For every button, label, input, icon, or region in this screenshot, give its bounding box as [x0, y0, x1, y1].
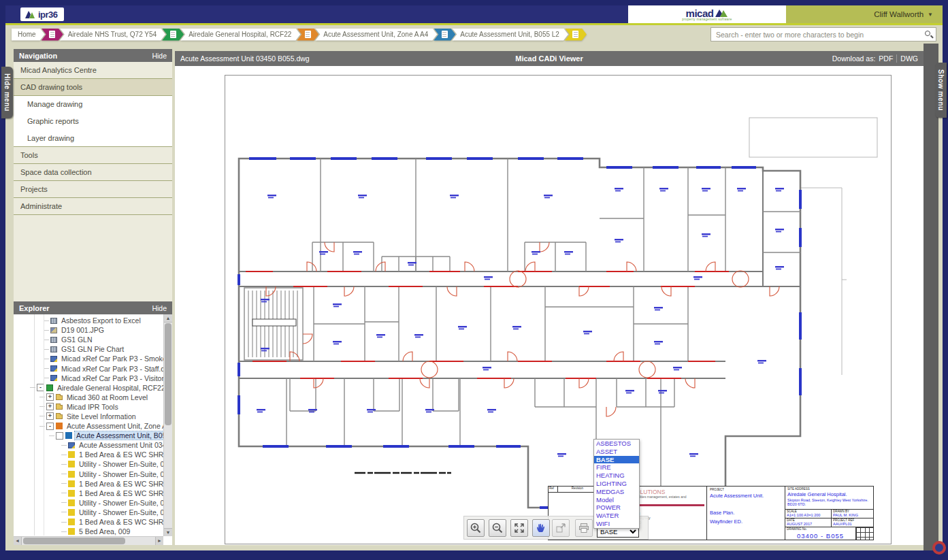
nav-item-graphic-reports[interactable]: Graphic reports	[14, 113, 172, 130]
search-icon[interactable]	[925, 31, 930, 36]
fit-to-screen-button[interactable]	[510, 519, 528, 537]
dwg-file-icon	[50, 356, 57, 362]
tree-item[interactable]: Utility - Shower En-Suite, 003	[14, 470, 163, 479]
breadcrumb-item[interactable]: Acute Assessment Unit, B055 L2	[452, 29, 568, 41]
vertical-scroll-thumb[interactable]	[165, 323, 171, 425]
tree-item[interactable]: 1 Bed Area & ES WC SHR, 001	[14, 450, 163, 459]
tree-item[interactable]: D19 001.JPG	[14, 325, 163, 335]
tree-item-label: Site Level Information	[65, 412, 137, 421]
tree-item-label: Micad xRef Car Park P3 - Smoke Shelter	[60, 355, 163, 363]
hide-menu-tab[interactable]: Hide menu	[1, 67, 13, 118]
expand-toggle[interactable]: +	[46, 412, 54, 420]
tree-item[interactable]: 1 Bed Area & ES WC SHR, 008	[14, 517, 163, 527]
layer-option-water[interactable]: WATER	[594, 512, 639, 520]
tree-item-label: 1 Bed Area & ES WC SHR, 001	[78, 450, 163, 459]
tree-item[interactable]: Utility - Shower En-Suite, 002	[14, 459, 163, 469]
tree-item[interactable]: Micad xRef Car Park P3 - Visitors.dwg	[14, 374, 163, 383]
tree-item[interactable]: Acute Assessment Unit, B055-L2	[14, 431, 163, 440]
tree-item[interactable]: Micad xRef Car Park P3 - Staff.dwg	[14, 363, 163, 373]
micad-tagline: property management software	[682, 18, 732, 21]
nav-item-manage-drawing[interactable]: Manage drawing	[14, 96, 172, 113]
tree-connector	[44, 320, 49, 321]
tree-item[interactable]: Utility - Shower En-Suite, 006	[14, 498, 163, 508]
tree-item[interactable]: -Airedale General Hospital, RCF22	[14, 383, 163, 393]
layer-option-model[interactable]: Model	[594, 496, 639, 504]
user-menu[interactable]: Cliff Wallworth ▼	[786, 5, 943, 23]
nav-item-tools[interactable]: Tools	[14, 147, 172, 164]
tree-item[interactable]: +Micad IPR Tools	[14, 402, 163, 412]
explorer-horizontal-scrollbar[interactable]: ◄ ►	[14, 536, 163, 545]
breadcrumb-item[interactable]: Home	[12, 29, 45, 41]
nav-item-cad-drawing-tools[interactable]: CAD drawing tools	[14, 79, 172, 96]
ipr36-logo[interactable]: ipr36	[20, 7, 64, 21]
tree-item[interactable]: Utility - Shower En-Suite, 007	[14, 508, 163, 517]
tree-connector	[44, 368, 49, 369]
layer-option-lighting[interactable]: LIGHTING	[594, 480, 639, 488]
tree-item[interactable]: 1 Bed Area & ES WC SHR, 005	[14, 489, 163, 498]
hide-explorer-link[interactable]: Hide	[152, 304, 167, 312]
show-menu-tab[interactable]: Show menu	[935, 63, 947, 118]
layer-option-wifi[interactable]: WIFI	[594, 520, 639, 528]
tree-item[interactable]: 5 Bed Area, 009	[14, 527, 163, 536]
print-button[interactable]	[575, 519, 593, 537]
zoom-in-button[interactable]	[467, 519, 485, 537]
nav-item-micad-analytics-centre[interactable]: Micad Analytics Centre	[14, 62, 172, 79]
layer-checkbox[interactable]	[56, 432, 63, 440]
main-frame: ipr36 micad property management software…	[5, 5, 943, 550]
help-bubble[interactable]	[932, 541, 946, 555]
tree-item[interactable]: GS1 GLN	[14, 335, 163, 344]
mountain-icon	[715, 8, 728, 18]
layer-option-heating[interactable]: HEATING	[594, 472, 639, 480]
zoom-out-button[interactable]	[489, 519, 506, 537]
hide-navigation-link[interactable]: Hide	[152, 52, 167, 60]
nav-item-layer-drawing[interactable]: Layer drawing	[14, 130, 172, 147]
scroll-right-arrow[interactable]: ►	[155, 537, 163, 545]
tree-item[interactable]: Asbestos Export to Excel	[14, 316, 163, 325]
tree-item[interactable]: GS1 GLN Pie Chart	[14, 344, 163, 354]
tree-item[interactable]: Acute Assessment Unit 03450 B	[14, 440, 163, 450]
horizontal-scroll-thumb[interactable]	[23, 538, 125, 544]
tree-item[interactable]: 1 Bed Area & ES WC SHR, 004	[14, 479, 163, 489]
scroll-down-arrow[interactable]: ▼	[164, 528, 172, 536]
tree-item-label: GS1 GLN	[60, 335, 94, 344]
nav-item-projects[interactable]: Projects	[14, 181, 172, 198]
explorer-vertical-scrollbar[interactable]: ▲ ▼	[163, 314, 172, 536]
layer-option-base[interactable]: BASE	[594, 456, 639, 464]
layer-option-fire[interactable]: FIRE	[594, 463, 639, 472]
tree-item[interactable]: -Acute Assessment Unit, Zone A-A4	[14, 421, 163, 431]
tree-item-label: Asbestos Export to Excel	[60, 316, 142, 325]
drawing-canvas[interactable]: Ref Revision AGHSOLUTIONS Quality in fac	[175, 66, 924, 545]
download-dwg-link[interactable]: DWG	[900, 54, 918, 63]
layer-option-power[interactable]: POWER	[594, 504, 639, 512]
search-input[interactable]	[710, 27, 936, 42]
project-ref-value: AAU//PL01	[833, 522, 872, 526]
tree-item[interactable]: +Micad 360 at Room Level	[14, 393, 163, 402]
date-value: AUGUST 2017	[787, 522, 830, 526]
layer-option-asbestos[interactable]: ASBESTOS	[594, 440, 639, 448]
viewer-title: Micad CADi Viewer	[385, 54, 714, 63]
resize-button[interactable]	[552, 519, 570, 537]
square-blue-icon	[65, 432, 72, 439]
breadcrumb-item[interactable]: Airedale General Hospital, RCF22	[180, 29, 300, 41]
breadcrumb-item[interactable]: Acute Assessment Unit, Zone A A4	[315, 29, 437, 41]
layer-option-medgas[interactable]: MEDGAS	[594, 488, 639, 496]
navigation-panel-header: Navigation Hide	[14, 49, 172, 62]
nav-item-administrate[interactable]: Administrate	[14, 198, 172, 215]
expand-toggle[interactable]: +	[46, 393, 54, 401]
collapse-toggle[interactable]: -	[37, 384, 44, 391]
download-pdf-link[interactable]: PDF	[879, 54, 893, 63]
tree-item-label: 1 Bed Area & ES WC SHR, 005	[78, 489, 163, 497]
tree-item[interactable]: +Site Level Information	[14, 412, 163, 421]
scroll-up-arrow[interactable]: ▲	[164, 314, 172, 323]
square-yellow-icon	[68, 499, 75, 506]
breadcrumb-item[interactable]: Airedale NHS Trust, Q72 Y54	[60, 29, 165, 41]
stairs	[248, 291, 297, 357]
pan-button[interactable]	[532, 519, 550, 537]
expand-toggle[interactable]: +	[46, 403, 54, 410]
nav-item-space-data-collection[interactable]: Space data collection	[14, 164, 172, 181]
collapse-toggle[interactable]: -	[46, 423, 54, 430]
tree-connector	[61, 522, 67, 523]
layer-option-asset[interactable]: ASSET	[594, 448, 639, 456]
scroll-left-arrow[interactable]: ◄	[14, 537, 22, 545]
tree-item[interactable]: Micad xRef Car Park P3 - Smoke Shelter	[14, 354, 163, 363]
